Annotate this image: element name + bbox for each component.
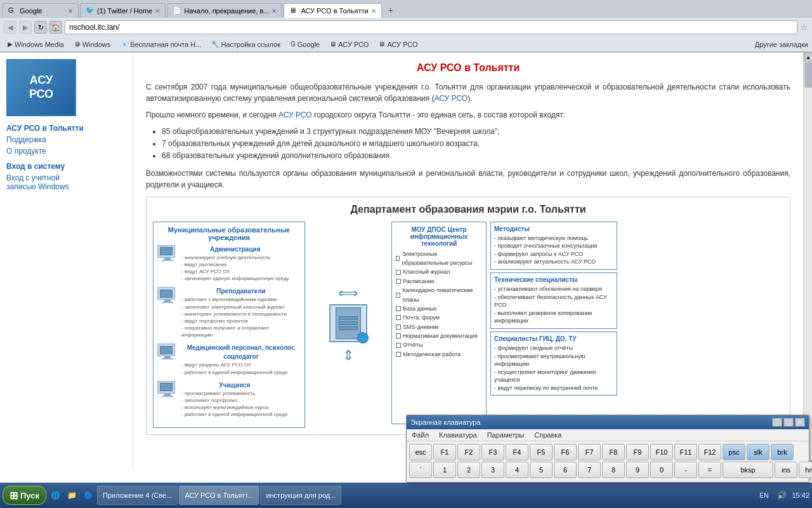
reload-button[interactable]: ↻ — [34, 21, 47, 34]
osk-maximize-button[interactable]: □ — [783, 418, 794, 427]
osk-menu-help[interactable]: Справка — [532, 431, 564, 439]
osk-key-ins[interactable]: ins — [775, 462, 797, 478]
medical-text: Медицинский персонал, психолог, соцпедаг… — [181, 344, 301, 375]
osk-key-1[interactable]: 1 — [433, 462, 456, 478]
other-bookmarks[interactable]: Другие закладки — [755, 41, 808, 48]
osk-key-9[interactable]: 9 — [626, 462, 649, 478]
sidebar-link-login[interactable]: Вход в систему — [6, 162, 126, 171]
scroll-track[interactable] — [804, 62, 812, 460]
start-button[interactable]: ⊞ Пуск — [3, 486, 46, 505]
osk-key-f11[interactable]: F11 — [674, 444, 697, 460]
page-scrollbar[interactable]: ▲ ▼ — [803, 53, 812, 469]
link-asu-rco-1[interactable]: АСУ РСО — [435, 94, 468, 103]
bullet-list: 85 общеобразовательных учреждений и 3 ст… — [162, 126, 790, 163]
osk-key-4[interactable]: 4 — [506, 462, 528, 478]
osk-key-slk[interactable]: slk — [747, 444, 769, 460]
browser-chrome: G Google ✕ 🐦 (1) Twitter / Home ✕ 📄 Нача… — [0, 0, 812, 53]
osk-key-bksp[interactable]: bksp — [723, 462, 773, 478]
tab-bar: G Google ✕ 🐦 (1) Twitter / Home ✕ 📄 Нача… — [0, 0, 812, 18]
link-asu-rco-2[interactable]: АСУ РСО — [278, 110, 312, 119]
taskbar-icon-folder[interactable]: 📁 — [64, 488, 79, 503]
bookmark-windows[interactable]: 🖥 Windows — [70, 40, 115, 49]
sidebar-link-about[interactable]: О продукте — [6, 147, 126, 156]
bookmark-asu1[interactable]: 🖥 АСУ РСО — [326, 40, 372, 49]
osk-key-7[interactable]: 7 — [578, 462, 601, 478]
osk-key-tilde[interactable]: ` — [409, 462, 432, 478]
bookmark-icon-asu2: 🖥 — [379, 41, 385, 48]
url-input[interactable] — [65, 20, 797, 34]
osk-key-8[interactable]: 8 — [602, 462, 625, 478]
bookmark-star[interactable]: ☆ — [800, 22, 808, 32]
taskbar-btn-app4[interactable]: Приложение 4 (Све... — [97, 486, 178, 505]
taskbar-icon-chrome[interactable]: 🔵 — [81, 488, 96, 503]
sidebar-link-support[interactable]: Поддержка — [6, 135, 126, 144]
start-label: Пуск — [20, 491, 39, 500]
osk-menu-file[interactable]: Файл — [409, 431, 431, 439]
bookmark-icon-settings: 🔧 — [211, 41, 219, 48]
osk-key-f7[interactable]: F7 — [578, 444, 601, 460]
osk-key-f8[interactable]: F8 — [602, 444, 625, 460]
sidebar-link-asu[interactable]: АСУ РСО в Тольятти — [6, 124, 126, 133]
bookmark-windows-media[interactable]: ▶ Windows Media — [4, 40, 68, 49]
osk-key-brk[interactable]: brk — [771, 444, 794, 460]
bookmark-mail[interactable]: 📧 Бесплатная почта Н... — [117, 40, 205, 49]
osk-menu-params[interactable]: Параметры — [485, 431, 527, 439]
back-button[interactable]: ◀ — [4, 21, 16, 34]
scroll-up-button[interactable]: ▲ — [804, 53, 812, 62]
mou-item-7: Нормативная документация — [396, 331, 482, 340]
osk-key-f10[interactable]: F10 — [650, 444, 673, 460]
osk-key-equals[interactable]: = — [698, 462, 721, 478]
tab-label-asu: АСУ РСО в Тольятти — [301, 7, 368, 15]
bookmark-label-settings: Настройка ссылок — [221, 41, 280, 48]
taskbar: ⊞ Пуск 🌐 📁 🔵 Приложение 4 (Све... АСУ РС… — [0, 483, 812, 508]
osk-key-5[interactable]: 5 — [530, 462, 553, 478]
tab-close-asu[interactable]: ✕ — [371, 8, 376, 15]
taskbar-icon-en[interactable]: EN — [756, 488, 771, 503]
osk-key-f1[interactable]: F1 — [433, 444, 456, 460]
taskbar-quick-launch: 🌐 📁 🔵 — [48, 488, 96, 503]
panel-title-methodists: Методисты — [494, 225, 613, 232]
osk-key-f9[interactable]: F9 — [626, 444, 649, 460]
taskbar-icon-volume[interactable]: 🔊 — [774, 488, 789, 503]
osk-key-f3[interactable]: F3 — [481, 444, 504, 460]
osk-minimize-button[interactable]: _ — [772, 418, 782, 427]
scroll-thumb[interactable] — [804, 62, 812, 88]
osk-key-6[interactable]: 6 — [554, 462, 577, 478]
bookmark-google[interactable]: G Google — [287, 40, 324, 49]
osk-key-psc[interactable]: psc — [723, 444, 745, 460]
sidebar-link-windows-login[interactable]: Вход с учетной записью Windows — [6, 173, 126, 191]
tab-google[interactable]: G Google ✕ — [3, 3, 79, 18]
new-tab-button[interactable]: + — [383, 3, 398, 18]
home-button[interactable]: 🏠 — [49, 21, 62, 34]
osk-key-hm[interactable]: hm — [799, 462, 812, 478]
taskbar-btn-asu[interactable]: АСУ РСО в Тольятт... — [179, 486, 259, 505]
panel-specialists: Специалисты ГИЦ, ДО, ТУ - формируют свод… — [490, 331, 617, 396]
osk-key-f5[interactable]: F5 — [530, 444, 553, 460]
tab-twitter[interactable]: 🐦 (1) Twitter / Home ✕ — [80, 3, 166, 18]
osk-key-f2[interactable]: F2 — [457, 444, 480, 460]
tab-close-nachalo[interactable]: ✕ — [272, 8, 277, 15]
osk-key-f4[interactable]: F4 — [506, 444, 528, 460]
mou-item-8: Отчёты — [396, 340, 482, 349]
osk-key-minus[interactable]: - — [674, 462, 697, 478]
osk-key-f12[interactable]: F12 — [698, 444, 721, 460]
osk-key-2[interactable]: 2 — [457, 462, 480, 478]
taskbar-icon-ie[interactable]: 🌐 — [48, 488, 63, 503]
tab-close-google[interactable]: ✕ — [68, 8, 73, 15]
osk-key-3[interactable]: 3 — [481, 462, 504, 478]
bullet-item-2: 68 образовательных учреждений дополнител… — [162, 150, 790, 162]
tab-asu[interactable]: 🖥 АСУ РСО в Тольятти ✕ — [284, 3, 381, 18]
bookmark-asu2[interactable]: 🖥 АСУ РСО — [375, 40, 421, 49]
tab-close-twitter[interactable]: ✕ — [155, 8, 160, 15]
windows-icon: ⊞ — [10, 490, 18, 502]
osk-menu-keyboard[interactable]: Клавиатура — [436, 431, 480, 439]
bookmark-label-windows-media: Windows Media — [15, 41, 64, 48]
tab-nachalo[interactable]: 📄 Начало, прекращение, в... ✕ — [167, 3, 282, 18]
osk-key-esc[interactable]: esc — [409, 444, 432, 460]
osk-key-0[interactable]: 0 — [650, 462, 673, 478]
osk-key-f6[interactable]: F6 — [554, 444, 577, 460]
osk-close-button[interactable]: ✕ — [795, 418, 805, 427]
forward-button[interactable]: ▶ — [19, 21, 32, 34]
bookmark-settings[interactable]: 🔧 Настройка ссылок — [207, 40, 284, 49]
taskbar-btn-instruction[interactable]: инструкция для род... — [260, 486, 341, 505]
